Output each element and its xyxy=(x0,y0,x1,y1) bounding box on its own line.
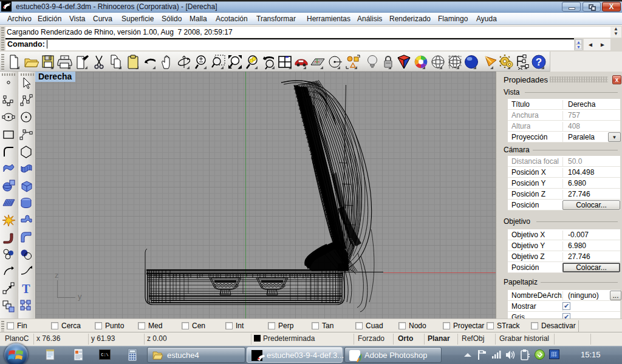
svg-text:?: ? xyxy=(536,56,542,68)
svg-text:T: T xyxy=(22,282,30,295)
